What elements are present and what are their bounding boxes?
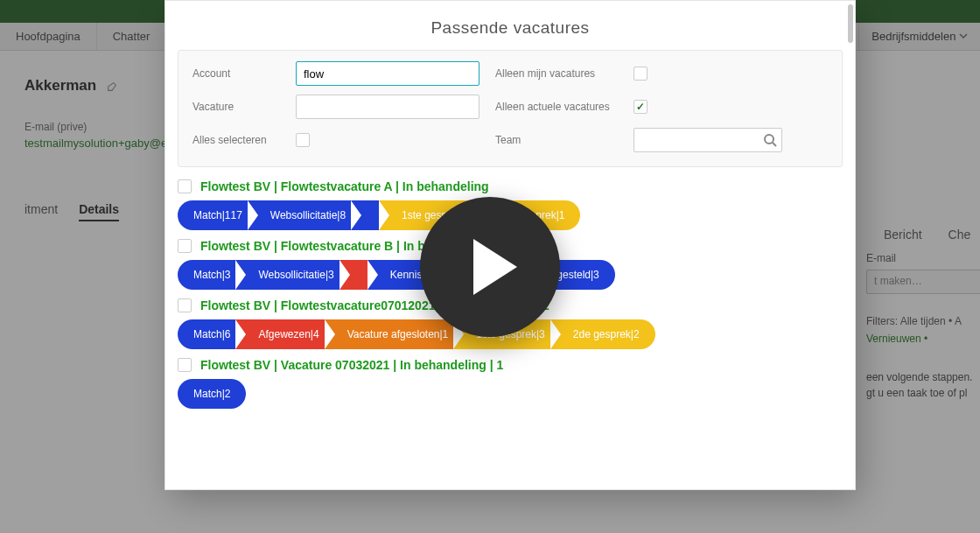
vacancy-title[interactable]: Flowtest BV | Flowtestvacature A | In be…	[200, 179, 489, 193]
svg-point-0	[765, 135, 774, 144]
nav-resources[interactable]: Bedrijfsmiddelen	[858, 23, 980, 50]
stage-label: Websollicitatie|8	[270, 209, 346, 221]
email-label: E-mail (prive)	[24, 121, 159, 133]
search-icon[interactable]	[763, 133, 777, 147]
nav-main[interactable]: Hoofdpagina	[0, 23, 97, 50]
only-current-checkbox[interactable]	[634, 100, 648, 114]
label-team: Team	[495, 134, 618, 146]
bg-left-tabs: itment Details	[24, 202, 159, 221]
stage-label: Vacature afgesloten|1	[347, 328, 449, 340]
bg-left-pane: Akkerman E-mail (prive) testmailmysoluti…	[0, 51, 166, 533]
tab-details[interactable]: Details	[79, 202, 119, 221]
stage-chevron[interactable]: Websollicitatie|8	[248, 200, 361, 230]
vacancy-item: Flowtest BV | Vacature 07032021 | In beh…	[178, 358, 843, 409]
bg-note2: gt u een taak toe of pl	[866, 387, 980, 399]
vacancy-checkbox[interactable]	[178, 239, 192, 253]
only-mine-checkbox[interactable]	[634, 67, 648, 81]
stage-label: Websollicitatie|3	[258, 269, 333, 281]
tab-bericht[interactable]: Bericht	[884, 228, 922, 242]
bg-email-label: E-mail	[866, 252, 980, 264]
nav-chatter[interactable]: Chatter	[97, 23, 167, 50]
stage-chevron[interactable]: 2de gesprek|2	[550, 319, 655, 349]
vacancy-checkbox[interactable]	[178, 298, 192, 312]
label-select-all: Alles selecteren	[192, 134, 280, 146]
stage-label: 2de gesprek|2	[573, 328, 640, 340]
modal-title: Passende vacatures	[165, 1, 855, 50]
vacancy-title[interactable]: Flowtest BV | Vacature 07032021 | In beh…	[200, 358, 503, 372]
modal-scrollbar[interactable]	[848, 4, 853, 43]
share-icon	[106, 81, 118, 93]
stage-chevron[interactable]: Match|117	[178, 200, 258, 230]
stage-label: Match|6	[193, 328, 230, 340]
team-input[interactable]	[634, 128, 782, 152]
tab-che[interactable]: Che	[948, 228, 971, 242]
vacancy-checkbox[interactable]	[178, 179, 192, 193]
stage-label: Match|117	[193, 209, 242, 221]
bg-refresh-link[interactable]: Vernieuwen •	[866, 333, 980, 345]
play-button[interactable]	[420, 197, 560, 337]
account-input[interactable]	[296, 61, 480, 86]
team-search	[634, 128, 782, 152]
bg-filters[interactable]: Filters: Alle tijden • A	[866, 315, 980, 327]
contact-name: Akkerman	[24, 77, 159, 95]
vacancy-checkbox[interactable]	[178, 358, 192, 372]
select-all-checkbox[interactable]	[296, 133, 310, 147]
stage-label: Match|3	[193, 269, 230, 281]
stage-chevron[interactable]: Vacature afgesloten|1	[325, 319, 465, 349]
vacature-input[interactable]	[296, 95, 480, 119]
stage-row: Match|2	[178, 379, 843, 409]
label-only-current: Alleen actuele vacatures	[495, 101, 618, 113]
stage-label: Afgewezen|4	[258, 328, 318, 340]
stage-chevron[interactable]: Websollicitatie|3	[235, 260, 349, 290]
stage-chevron[interactable]: Afgewezen|4	[235, 319, 334, 349]
stage-chevron[interactable]: Match|2	[178, 379, 246, 409]
svg-line-1	[773, 143, 776, 146]
label-vacature: Vacature	[192, 101, 280, 113]
stage-label: Match|2	[193, 388, 230, 400]
bg-compose-input[interactable]: t maken…	[866, 270, 980, 294]
chevron-down-icon	[959, 32, 968, 40]
vacancy-title[interactable]: Flowtest BV | Flowtestvacature B | In be…	[200, 239, 453, 253]
label-only-mine: Alleen mijn vacatures	[495, 67, 618, 80]
bg-note1: een volgende stappen.	[866, 371, 980, 383]
tab-recruitment[interactable]: itment	[24, 202, 58, 221]
email-value[interactable]: testmailmysolution+gaby@e	[24, 137, 159, 150]
filter-panel: Account Alleen mijn vacatures Vacature A…	[178, 50, 843, 167]
label-account: Account	[192, 67, 280, 80]
